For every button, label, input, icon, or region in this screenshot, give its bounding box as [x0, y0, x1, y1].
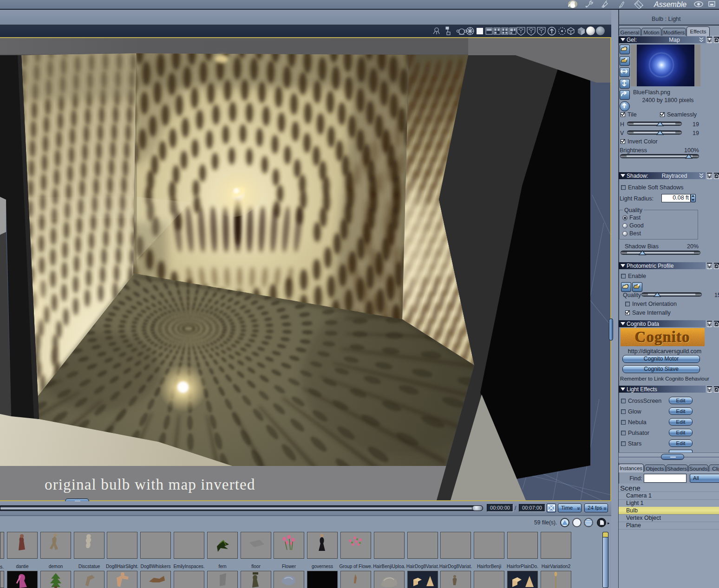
svg-text:Cognito: Cognito: [635, 329, 690, 345]
svg-text:original bulb with map inverte: original bulb with map inverted: [45, 476, 255, 493]
